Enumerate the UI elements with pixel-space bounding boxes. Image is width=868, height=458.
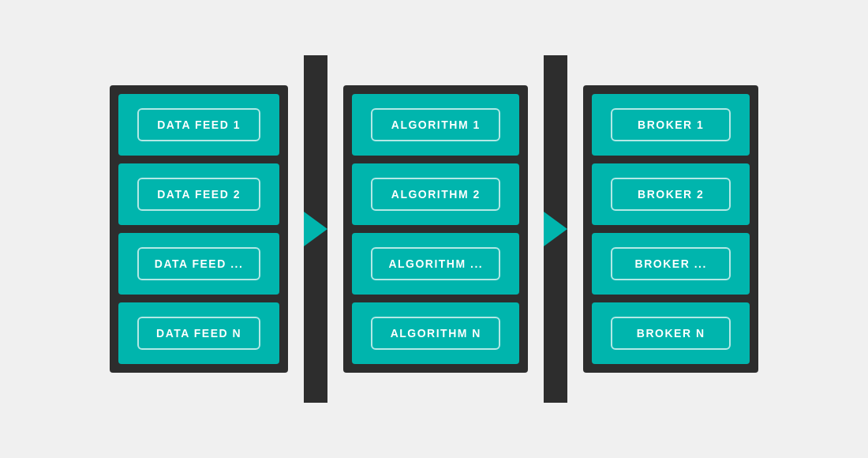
data-feed-label-1: DATA FEED 1 <box>157 118 241 131</box>
data-feed-card-4: DATA FEED N <box>118 302 280 364</box>
broker-label-3: BROKER ... <box>635 257 707 270</box>
broker-card-3: BROKER ... <box>592 233 750 295</box>
arrow-right-icon-2 <box>544 212 567 246</box>
broker-card-4: BROKER N <box>592 302 750 364</box>
algorithm-card-3: ALGORITHM ... <box>352 233 519 295</box>
algorithm-label-2: ALGORITHM 2 <box>391 188 481 201</box>
broker-label-2: BROKER 2 <box>638 188 704 201</box>
data-feed-card-1: DATA FEED 1 <box>118 94 280 156</box>
broker-card-1: BROKER 1 <box>592 94 750 156</box>
data-feed-label-3: DATA FEED ... <box>155 257 244 270</box>
data-feeds-column: DATA FEED 1 DATA FEED 2 DATA FEED ... DA… <box>110 85 289 373</box>
brokers-column: BROKER 1 BROKER 2 BROKER ... BROKER N <box>583 85 758 373</box>
algorithm-card-1: ALGORITHM 1 <box>352 94 519 156</box>
algorithm-card-4: ALGORITHM N <box>352 302 519 364</box>
algorithm-label-4: ALGORITHM N <box>391 327 481 340</box>
algorithm-label-1: ALGORITHM 1 <box>391 118 481 131</box>
arrow-right-icon-1 <box>304 212 327 246</box>
connector-line-2 <box>544 55 567 403</box>
broker-label-1: BROKER 1 <box>638 118 704 131</box>
broker-card-2: BROKER 2 <box>592 163 750 225</box>
connector-1 <box>288 55 343 403</box>
connector-2 <box>528 55 583 403</box>
algorithm-label-3: ALGORITHM ... <box>388 257 483 270</box>
data-feed-label-4: DATA FEED N <box>156 327 241 340</box>
algorithms-column: ALGORITHM 1 ALGORITHM 2 ALGORITHM ... AL… <box>343 85 528 373</box>
data-feed-label-2: DATA FEED 2 <box>157 188 241 201</box>
diagram: DATA FEED 1 DATA FEED 2 DATA FEED ... DA… <box>16 55 852 403</box>
connector-line-1 <box>304 55 327 403</box>
data-feed-card-2: DATA FEED 2 <box>118 163 280 225</box>
data-feed-card-3: DATA FEED ... <box>118 233 280 295</box>
algorithm-card-2: ALGORITHM 2 <box>352 163 519 225</box>
broker-label-4: BROKER N <box>637 327 705 340</box>
